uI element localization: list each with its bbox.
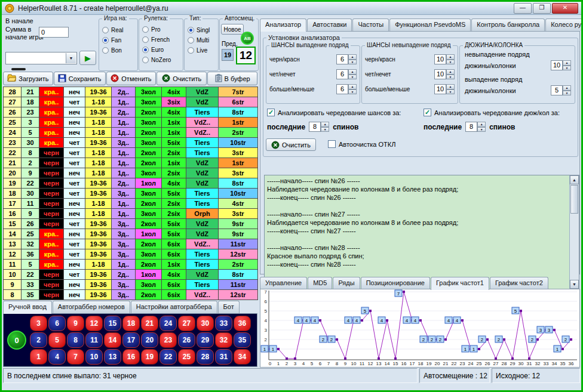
tab-analyzer-1[interactable]: Анализатор [260, 18, 306, 32]
dozen-miss-spinner[interactable]: 10 ▲▼ [551, 60, 571, 70]
spinner-down-button[interactable]: ▼ [563, 66, 571, 71]
table-row[interactable]: 1711черннеч1-181д..2кол2sixTiers4str [4, 199, 258, 209]
numpad-button-12[interactable]: 12 [85, 316, 103, 331]
tab-analyzer-6[interactable]: Колесо рул [545, 18, 581, 31]
numpad-button-9[interactable]: 9 [67, 316, 84, 331]
spinner-down-button[interactable]: ▼ [348, 60, 357, 65]
setting-spinner[interactable]: 6▲▼ [336, 69, 357, 79]
table-row[interactable]: 245кра..неч1-181д..2кол1sixVdZ..2str [4, 128, 258, 138]
numpad-button-26[interactable]: 26 [178, 332, 195, 348]
tab-chart-1[interactable]: Управление [260, 277, 307, 289]
tab-input-1[interactable]: Ручной ввод [3, 301, 52, 314]
radio-option-live[interactable]: Live [185, 45, 218, 55]
очистить-button[interactable]: Очистить [157, 72, 207, 85]
spinner-down-button[interactable]: ▼ [446, 89, 455, 95]
tab-analyzer-5[interactable]: Контроль банкролла [471, 18, 545, 31]
spinner-value[interactable]: 6 [336, 69, 348, 79]
spinner-up-button[interactable]: ▲ [446, 69, 455, 75]
tab-chart-6[interactable]: График частот2 [490, 277, 548, 289]
scrollbar-thumb[interactable] [570, 185, 578, 214]
spinner-up-button[interactable]: ▲ [446, 54, 455, 60]
tab-analyzer-2[interactable]: Автоставки [307, 18, 352, 31]
chevron-down-icon[interactable]: ▼ [66, 53, 76, 63]
checkbox-unchecked-icon[interactable] [328, 140, 336, 148]
numpad-button-19[interactable]: 19 [141, 349, 158, 365]
numpad-button-16[interactable]: 16 [122, 349, 140, 365]
spinner-value[interactable]: 8 [465, 122, 477, 132]
radio-option-pro[interactable]: Pro [139, 24, 183, 35]
numpad-button-29[interactable]: 29 [197, 332, 214, 348]
close-button[interactable]: ✕ [552, 3, 578, 14]
tab-analyzer-4[interactable]: Функционал PsevdoMS [389, 18, 471, 31]
table-row[interactable]: 1236кра..чет19-363д..3кол6sixTiers12str [4, 249, 258, 260]
setting-spinner[interactable]: 6▲▼ [336, 54, 357, 64]
tab-input-3[interactable]: Настройки автограббера [131, 301, 217, 313]
setting-spinner[interactable]: 6▲▼ [336, 84, 357, 94]
spinner-up-button[interactable]: ▲ [321, 122, 329, 127]
numpad-button-27[interactable]: 27 [178, 316, 195, 331]
numpad-button-28[interactable]: 28 [197, 349, 214, 365]
numpad-button-1[interactable]: 1 [30, 349, 47, 365]
tab-input-2[interactable]: Автограббер номеров [53, 301, 130, 313]
table-row[interactable]: 253кра..неч1-181д..3кол1sixVdZ..1str [4, 118, 258, 128]
table-row[interactable]: 2718кра..чет1-181д..3кол3sixVdZ6str [4, 97, 258, 107]
autoshift-toggle-button[interactable]: АВ [241, 32, 254, 45]
table-row[interactable]: 228чернчет1-181д..2кол2sixTiers3str [4, 148, 258, 158]
numpad-button-7[interactable]: 7 [67, 349, 84, 365]
numpad-button-35[interactable]: 35 [234, 332, 251, 348]
scroll-up-icon[interactable]: ▲ [570, 175, 579, 184]
minimize-button[interactable]: — [514, 3, 532, 14]
last-spins-spinner-1[interactable]: 8 ▲▼ [309, 122, 329, 132]
numpad-button-11[interactable]: 11 [85, 332, 103, 348]
spinner-up-button[interactable]: ▲ [348, 69, 357, 75]
radio-option-french[interactable]: French [139, 35, 183, 45]
table-row[interactable]: 1022чернчет19-362д..1кол4sixVdZ8str [4, 270, 258, 280]
spinner-value[interactable]: 5 [551, 85, 563, 95]
play-button[interactable]: ▶ [79, 51, 96, 65]
last-spins-spinner-2[interactable]: 8 ▲▼ [465, 122, 486, 132]
spinner-value[interactable]: 10 [434, 84, 446, 94]
spinner-up-button[interactable]: ▲ [348, 54, 357, 60]
radio-option-euro[interactable]: Euro [139, 45, 183, 55]
tab-input-4[interactable]: Бот [218, 301, 240, 313]
table-row[interactable]: 2821кра..неч19-362д..3кол4sixVdZ7str [4, 87, 258, 97]
spinner-down-button[interactable]: ▼ [446, 60, 455, 65]
spinner-up-button[interactable]: ▲ [563, 85, 571, 91]
spinner-value[interactable]: 8 [309, 122, 321, 132]
tab-analyzer-3[interactable]: Частоты [352, 18, 389, 31]
загрузить-button[interactable]: Загрузить [3, 72, 53, 85]
radio-option-singl[interactable]: Singl [185, 25, 218, 35]
tab-chart-4[interactable]: Позиционирование [361, 277, 430, 289]
dozen-hit-spinner[interactable]: 5 ▲▼ [551, 85, 571, 95]
numpad-button-3[interactable]: 3 [30, 316, 47, 331]
сохранить-button[interactable]: Сохранить [54, 72, 106, 85]
numpad-button-18[interactable]: 18 [122, 316, 140, 331]
table-row[interactable]: 1332кра..чет19-363д..2кол6sixVdZ..11str [4, 239, 258, 249]
radio-option-multi[interactable]: Multi [185, 35, 218, 45]
numpad-button-24[interactable]: 24 [159, 316, 177, 331]
table-row[interactable]: 835черннеч19-363д..2кол6sixVdZ..12str [4, 290, 258, 300]
analyzer-log[interactable]: ------начало----- спин №26 ------Наблюда… [264, 175, 579, 289]
numpad-button-10[interactable]: 10 [85, 349, 103, 365]
title-bar[interactable]: HelperRoullet 8.71 - create helperroulle… [2, 2, 581, 15]
numpad-button-36[interactable]: 36 [234, 316, 251, 331]
setting-spinner[interactable]: 10▲▼ [434, 54, 455, 64]
radio-option-fan[interactable]: Fan [99, 35, 137, 45]
spinner-value[interactable]: 6 [336, 54, 348, 64]
в буфер-button[interactable]: В буфер [207, 72, 257, 85]
radio-option-nozero[interactable]: NoZero [139, 55, 183, 65]
start-sum-input[interactable] [39, 27, 69, 38]
spinner-value[interactable]: 10 [551, 60, 563, 70]
checkbox-checked-icon[interactable]: ✓ [267, 109, 275, 116]
clear-analyzer-button[interactable]: Очистить [266, 138, 316, 151]
numpad-button-30[interactable]: 30 [197, 316, 214, 331]
numpad-button-6[interactable]: 6 [48, 316, 66, 331]
отменить-button[interactable]: Отменить [106, 72, 157, 85]
numpad-button-8[interactable]: 8 [67, 332, 84, 348]
tab-chart-5[interactable]: График частот1 [431, 277, 489, 290]
new-button[interactable]: Новое [221, 24, 244, 35]
tab-chart-3[interactable]: Ряды [333, 277, 360, 289]
numpad-button-33[interactable]: 33 [215, 316, 232, 331]
table-row[interactable]: 933черннеч19-363д..3кол6sixTiers11str [4, 280, 258, 290]
resize-grip[interactable] [11, 68, 26, 70]
